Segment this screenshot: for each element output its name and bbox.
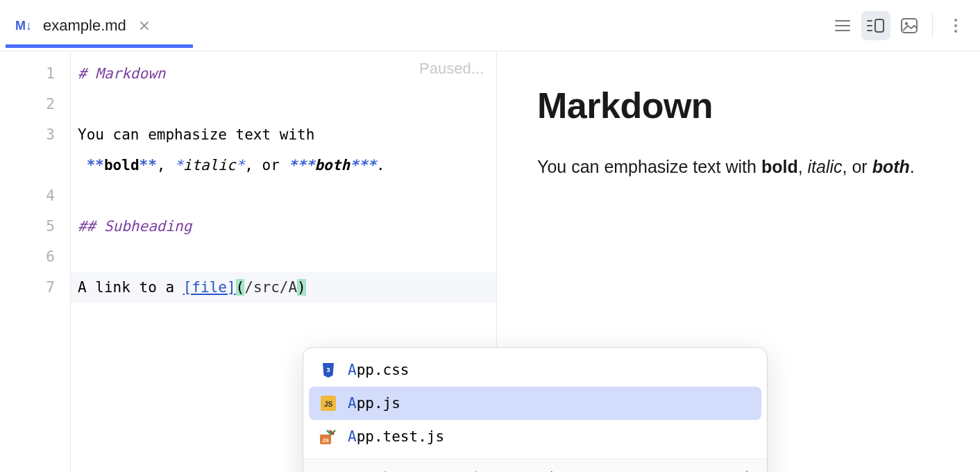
svg-text:3: 3 xyxy=(326,366,330,373)
tab-filename: example.md xyxy=(43,17,126,35)
heading-text: Markdown xyxy=(95,65,165,82)
active-tab-indicator xyxy=(6,44,193,48)
link-paren-close: ) xyxy=(297,279,306,296)
code-line-4[interactable] xyxy=(71,180,496,211)
markdown-file-icon: M↓ xyxy=(15,18,36,33)
bold-text: bold xyxy=(104,157,140,174)
link-url: /src/A xyxy=(244,279,297,296)
italic-text: italic xyxy=(183,157,236,174)
line-number: 3 xyxy=(0,119,55,180)
match-text: A xyxy=(348,395,357,412)
bold-italic-text: both xyxy=(872,157,910,176)
completion-footer: Press ↵ to insert, ⇥ to replace Next Tip… xyxy=(303,459,767,472)
preview-paragraph: You can emphasize text with bold, italic… xyxy=(537,154,940,179)
svg-point-4 xyxy=(954,19,957,22)
text: . xyxy=(376,157,385,174)
line-number: 5 xyxy=(0,211,55,242)
text: You can emphasize text with xyxy=(537,157,761,176)
completion-list: 3 App.css JS App.js JS App.test.js xyxy=(303,348,767,459)
item-text: pp.css xyxy=(357,362,409,378)
text: , xyxy=(157,157,174,174)
bold-italic-marker: *** xyxy=(289,157,315,174)
list-view-button[interactable] xyxy=(828,11,857,40)
code-line-5[interactable]: ## Subheading xyxy=(71,211,496,242)
item-text: pp.test.js xyxy=(357,428,444,445)
link-label: [file] xyxy=(183,279,236,296)
footer-text: to insert, xyxy=(369,469,422,473)
text: , or xyxy=(244,157,288,174)
enter-key-icon: ↵ xyxy=(354,469,366,472)
italic-text: italic xyxy=(808,157,843,176)
text: . xyxy=(910,157,915,176)
bold-italic-marker: *** xyxy=(350,157,376,174)
toolbar-divider xyxy=(932,14,933,37)
completion-popup: 3 App.css JS App.js JS App.test.js Press… xyxy=(303,347,768,472)
line-number: 4 xyxy=(0,180,55,211)
svg-text:JS: JS xyxy=(322,437,329,444)
svg-rect-1 xyxy=(875,19,884,32)
footer-text: Press xyxy=(316,469,351,473)
code-line-3[interactable]: You can emphasize text with **bold**, *i… xyxy=(71,119,496,180)
footer-text: to replace xyxy=(439,469,500,473)
text: A link to a xyxy=(78,279,183,296)
line-number: 1 xyxy=(0,58,55,89)
text: , xyxy=(798,157,808,176)
completion-item[interactable]: 3 App.css xyxy=(309,353,761,387)
tab-close-button[interactable] xyxy=(133,15,155,37)
bold-text: bold xyxy=(761,157,798,176)
heading-marker: ## xyxy=(78,218,104,235)
js-file-icon: JS xyxy=(319,395,338,412)
italic-marker: * xyxy=(236,157,245,174)
svg-text:M↓: M↓ xyxy=(15,19,32,33)
test-js-file-icon: JS xyxy=(319,428,338,445)
svg-text:JS: JS xyxy=(324,401,333,408)
image-view-button[interactable] xyxy=(895,11,924,40)
line-number-gutter: 1 2 3 4 5 6 7 xyxy=(0,51,71,472)
toolbar-right xyxy=(828,0,970,51)
completion-more-button[interactable]: ⋮ xyxy=(739,468,754,472)
heading-text: Subheading xyxy=(104,218,192,235)
split-preview-button[interactable] xyxy=(861,11,890,40)
link-paren-open: ( xyxy=(236,279,245,296)
match-text: A xyxy=(348,428,357,445)
completion-item[interactable]: JS App.test.js xyxy=(309,420,761,453)
line-number: 2 xyxy=(0,89,55,119)
svg-point-3 xyxy=(905,22,908,25)
bold-italic-text: both xyxy=(314,157,350,174)
svg-point-5 xyxy=(954,24,957,27)
line-number: 7 xyxy=(0,272,55,303)
svg-point-6 xyxy=(954,30,957,33)
tab-key-icon: ⇥ xyxy=(425,469,437,472)
completion-item[interactable]: JS App.js xyxy=(309,387,761,420)
code-line-7[interactable]: A link to a [file](/src/A) xyxy=(71,272,496,303)
css-file-icon: 3 xyxy=(319,362,338,378)
preview-heading: Markdown xyxy=(537,85,940,126)
next-tip-link[interactable]: Next Tip xyxy=(510,469,561,473)
bold-marker: ** xyxy=(87,157,104,174)
text: You can emphasize text with xyxy=(78,126,323,143)
text: , or xyxy=(843,157,872,176)
paused-label: Paused... xyxy=(419,60,484,78)
match-text: A xyxy=(348,362,357,378)
tab-bar: M↓ example.md xyxy=(0,0,980,51)
file-tab[interactable]: M↓ example.md xyxy=(6,4,165,47)
italic-marker: * xyxy=(174,157,183,174)
code-line-6[interactable] xyxy=(71,242,496,272)
code-line-2[interactable] xyxy=(71,89,496,119)
line-number: 6 xyxy=(0,242,55,272)
heading-marker: # xyxy=(78,65,95,82)
more-options-button[interactable] xyxy=(941,11,970,40)
bold-marker: ** xyxy=(140,157,157,174)
item-text: pp.js xyxy=(357,395,400,412)
